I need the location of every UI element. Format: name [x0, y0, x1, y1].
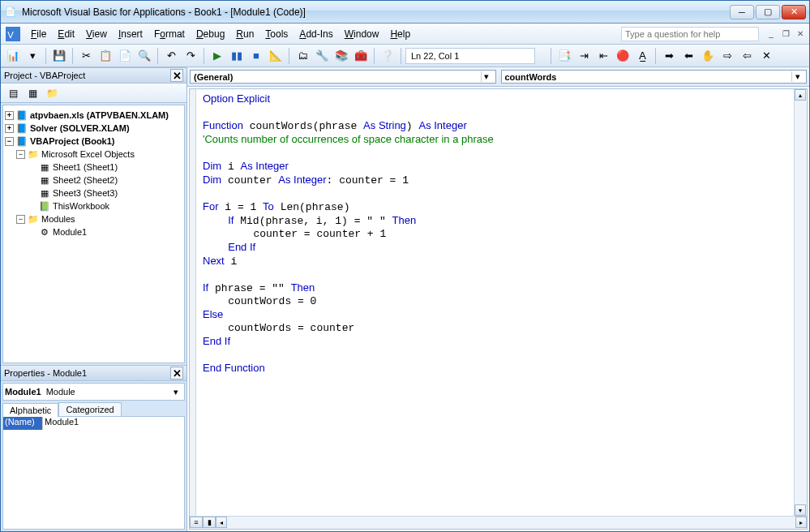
- clear-bookmarks-button[interactable]: ✕: [757, 47, 775, 65]
- procedure-view-button[interactable]: ≡: [190, 517, 203, 528]
- close-button[interactable]: ✕: [782, 5, 806, 19]
- menu-edit[interactable]: Edit: [52, 26, 80, 42]
- outdent-block-button[interactable]: ⬅: [679, 47, 697, 65]
- menu-addins[interactable]: Add-Ins: [294, 26, 338, 42]
- tree-item-sheet2[interactable]: ▦Sheet2 (Sheet2): [5, 174, 182, 187]
- menu-view[interactable]: View: [80, 26, 113, 42]
- toggle-bookmark-button[interactable]: ✋: [699, 47, 717, 65]
- tree-item-sheet1[interactable]: ▦Sheet1 (Sheet1): [5, 161, 182, 174]
- project-tree[interactable]: +📘atpvbaen.xls (ATPVBAEN.XLAM) +📘Solver …: [2, 105, 185, 363]
- indent-block-button[interactable]: ➡: [660, 47, 678, 65]
- vba-logo-icon: V: [6, 27, 20, 41]
- break-button[interactable]: ▮▮: [228, 47, 246, 65]
- separator: [72, 48, 73, 64]
- maximize-button[interactable]: ▢: [756, 5, 780, 19]
- vertical-scrollbar[interactable]: ▴ ▾: [794, 89, 807, 516]
- object-browser-button[interactable]: 📚: [332, 47, 350, 65]
- properties-object-combo[interactable]: Module1 Module ▾: [2, 383, 185, 401]
- paste-button[interactable]: 📄: [116, 47, 134, 65]
- collapse-icon[interactable]: −: [16, 150, 25, 159]
- toggle-folders-button[interactable]: 📁: [43, 85, 61, 101]
- mdi-minimize-button[interactable]: _: [765, 29, 777, 39]
- procedure-selector[interactable]: countWords ▾: [501, 70, 808, 84]
- collapse-icon[interactable]: −: [16, 215, 25, 224]
- object-selector[interactable]: (General) ▾: [190, 70, 496, 84]
- cursor-position-status: Ln 22, Col 1: [405, 48, 535, 64]
- copy-button[interactable]: 📋: [96, 47, 114, 65]
- tab-alphabetic[interactable]: Alphabetic: [2, 403, 58, 417]
- prev-bookmark-button[interactable]: ⇦: [738, 47, 756, 65]
- find-button[interactable]: 🔍: [135, 47, 153, 65]
- design-mode-button[interactable]: 📐: [267, 47, 285, 65]
- menu-run[interactable]: Run: [230, 26, 259, 42]
- tree-item-vbaproject[interactable]: −📘VBAProject (Book1): [5, 135, 182, 148]
- menu-debug[interactable]: Debug: [191, 26, 230, 42]
- help-button[interactable]: ❔: [379, 47, 396, 65]
- tree-item-module1[interactable]: ⚙Module1: [5, 225, 182, 238]
- separator: [289, 48, 289, 64]
- project-panel-close-button[interactable]: ✕: [170, 69, 183, 82]
- tree-item-sheet3[interactable]: ▦Sheet3 (Sheet3): [5, 187, 182, 200]
- separator: [374, 48, 375, 64]
- tab-categorized[interactable]: Categorized: [58, 402, 121, 416]
- properties-panel-close-button[interactable]: ✕: [170, 367, 183, 380]
- list-properties-button[interactable]: 📑: [555, 47, 573, 65]
- help-search-input[interactable]: [621, 27, 759, 41]
- mdi-restore-button[interactable]: ❐: [780, 29, 791, 39]
- menu-help[interactable]: Help: [384, 26, 416, 42]
- breakpoint-button[interactable]: 🔴: [614, 47, 632, 65]
- horizontal-scrollbar[interactable]: ≡ ▮ ◂ ▸: [190, 516, 807, 529]
- properties-button[interactable]: 🔧: [313, 47, 331, 65]
- outdent-button[interactable]: ⇤: [594, 47, 612, 65]
- cut-button[interactable]: ✂: [77, 47, 95, 65]
- comment-block-button[interactable]: A̲: [633, 47, 651, 65]
- code-content[interactable]: Option Explicit Function countWords(phra…: [190, 89, 807, 379]
- object-selector-value: (General): [194, 72, 481, 82]
- save-button[interactable]: 💾: [50, 47, 68, 65]
- tree-item-excel-objects[interactable]: −📁Microsoft Excel Objects: [5, 148, 182, 161]
- menu-tools[interactable]: Tools: [259, 26, 294, 42]
- expand-icon[interactable]: +: [5, 111, 14, 120]
- tree-item-thisworkbook[interactable]: 📗ThisWorkbook: [5, 200, 182, 212]
- svg-text:V: V: [7, 29, 14, 39]
- project-explorer-button[interactable]: 🗂: [294, 47, 311, 65]
- dropdown-icon[interactable]: ▾: [481, 71, 492, 82]
- menu-insert[interactable]: Insert: [113, 26, 148, 42]
- redo-button[interactable]: ↷: [182, 47, 199, 65]
- separator: [157, 48, 158, 64]
- tree-item-modules[interactable]: −📁Modules: [5, 212, 182, 225]
- full-module-view-button[interactable]: ▮: [203, 517, 216, 528]
- collapse-icon[interactable]: −: [5, 137, 14, 146]
- dropdown-icon[interactable]: ▾: [791, 71, 803, 82]
- property-row-name[interactable]: (Name) Module1: [3, 417, 184, 430]
- indent-button[interactable]: ⇥: [575, 47, 593, 65]
- insert-dropdown-button[interactable]: ▾: [24, 47, 41, 65]
- project-toolbar: ▤ ▦ 📁: [1, 84, 186, 103]
- view-object-button[interactable]: ▦: [24, 85, 41, 101]
- code-editor[interactable]: Option Explicit Function countWords(phra…: [189, 88, 808, 530]
- reset-button[interactable]: ■: [247, 47, 265, 65]
- scroll-left-button[interactable]: ◂: [216, 517, 227, 528]
- expand-icon[interactable]: +: [5, 124, 14, 133]
- mdi-close-button[interactable]: ✕: [795, 29, 806, 39]
- menubar: V File Edit View Insert Format Debug Run…: [1, 24, 809, 45]
- tree-item-solver[interactable]: +📘Solver (SOLVER.XLAM): [5, 122, 182, 135]
- menu-format[interactable]: Format: [148, 26, 191, 42]
- scroll-down-button[interactable]: ▾: [795, 504, 806, 516]
- tree-item-atpvbaen[interactable]: +📘atpvbaen.xls (ATPVBAEN.XLAM): [5, 109, 182, 122]
- separator: [655, 48, 656, 64]
- view-code-button[interactable]: ▤: [4, 85, 22, 101]
- undo-button[interactable]: ↶: [162, 47, 180, 65]
- menu-window[interactable]: Window: [339, 26, 385, 42]
- dropdown-icon[interactable]: ▾: [169, 387, 182, 397]
- property-value[interactable]: Module1: [42, 417, 184, 430]
- scroll-right-button[interactable]: ▸: [795, 517, 807, 528]
- scroll-up-button[interactable]: ▴: [795, 89, 806, 101]
- menu-file[interactable]: File: [25, 26, 52, 42]
- properties-grid[interactable]: (Name) Module1: [2, 416, 185, 530]
- next-bookmark-button[interactable]: ⇨: [718, 47, 736, 65]
- toolbox-button[interactable]: 🧰: [352, 47, 370, 65]
- run-button[interactable]: ▶: [208, 47, 226, 65]
- minimize-button[interactable]: ─: [730, 5, 754, 19]
- view-excel-button[interactable]: 📊: [4, 47, 22, 65]
